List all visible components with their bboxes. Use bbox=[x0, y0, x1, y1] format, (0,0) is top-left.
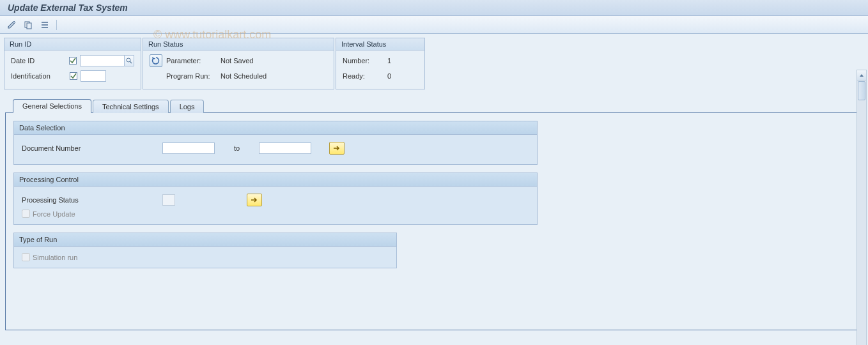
force-update-label: Force Update bbox=[33, 210, 75, 218]
program-run-label: Program Run: bbox=[166, 72, 221, 80]
processing-control-header: Processing Control bbox=[14, 173, 537, 187]
processing-status-label: Processing Status bbox=[22, 196, 162, 204]
run-status-panel: Run Status Parameter: Not Saved Program … bbox=[143, 38, 334, 89]
document-number-multiselect-button[interactable] bbox=[329, 142, 345, 155]
vertical-scrollbar[interactable] bbox=[856, 70, 867, 345]
simulation-run-checkbox bbox=[22, 253, 30, 261]
check-icon bbox=[68, 56, 78, 66]
edit-tool-icon[interactable] bbox=[5, 19, 18, 31]
tab-general-selections[interactable]: General Selections bbox=[13, 99, 91, 113]
number-value: 1 bbox=[387, 57, 391, 65]
interval-status-header: Interval Status bbox=[336, 38, 424, 50]
scroll-thumb[interactable] bbox=[858, 81, 865, 100]
run-id-panel: Run ID Date ID Identification bbox=[4, 38, 141, 89]
check-icon bbox=[68, 71, 79, 81]
document-number-label: Document Number bbox=[22, 144, 162, 152]
program-run-value: Not Scheduled bbox=[221, 72, 272, 80]
number-label: Number: bbox=[343, 57, 387, 65]
processing-status-input[interactable] bbox=[162, 194, 175, 206]
force-update-checkbox bbox=[22, 210, 30, 218]
processing-status-multiselect-button[interactable] bbox=[247, 194, 262, 206]
date-id-input[interactable] bbox=[80, 55, 125, 66]
page-title: Update External Tax System bbox=[8, 3, 128, 13]
to-label: to bbox=[234, 144, 240, 152]
tab-content: Data Selection Document Number to Proce bbox=[5, 113, 863, 330]
toolbar-separator bbox=[56, 20, 57, 30]
identification-label: Identification bbox=[11, 72, 68, 80]
data-selection-group: Data Selection Document Number to bbox=[13, 121, 538, 165]
parameter-value: Not Saved bbox=[221, 57, 272, 65]
ready-value: 0 bbox=[387, 72, 391, 80]
run-id-header: Run ID bbox=[4, 38, 141, 50]
copy-tool-icon[interactable] bbox=[22, 19, 35, 31]
interval-status-panel: Interval Status Number: 1 Ready: 0 bbox=[336, 38, 425, 89]
identification-input[interactable] bbox=[81, 70, 106, 82]
date-id-label: Date ID bbox=[11, 57, 68, 65]
scroll-up-arrow-icon[interactable] bbox=[857, 70, 866, 80]
svg-line-7 bbox=[130, 61, 132, 63]
data-selection-header: Data Selection bbox=[14, 121, 537, 135]
simulation-run-label: Simulation run bbox=[33, 254, 77, 261]
toolbar bbox=[0, 16, 868, 34]
parameter-label: Parameter: bbox=[166, 57, 221, 65]
document-number-from-input[interactable] bbox=[162, 142, 215, 154]
title-bar: Update External Tax System bbox=[0, 0, 868, 16]
tab-technical-settings[interactable]: Technical Settings bbox=[93, 100, 169, 113]
document-number-to-input[interactable] bbox=[259, 142, 311, 154]
list-tool-icon[interactable] bbox=[38, 19, 51, 31]
tabs-container: General Selections Technical Settings Lo… bbox=[5, 98, 863, 330]
refresh-button[interactable] bbox=[150, 54, 162, 67]
run-status-header: Run Status bbox=[143, 38, 334, 50]
tab-logs[interactable]: Logs bbox=[170, 100, 205, 113]
top-panels: Run ID Date ID Identification bbox=[0, 34, 868, 93]
date-id-f4-button[interactable] bbox=[124, 55, 134, 66]
svg-rect-1 bbox=[27, 23, 31, 29]
type-of-run-header: Type of Run bbox=[14, 233, 396, 247]
content-area: Run ID Date ID Identification bbox=[0, 34, 868, 345]
processing-control-group: Processing Control Processing Status For… bbox=[13, 172, 538, 225]
type-of-run-group: Type of Run Simulation run bbox=[13, 233, 397, 268]
ready-label: Ready: bbox=[343, 72, 387, 80]
tab-strip: General Selections Technical Settings Lo… bbox=[5, 98, 863, 113]
